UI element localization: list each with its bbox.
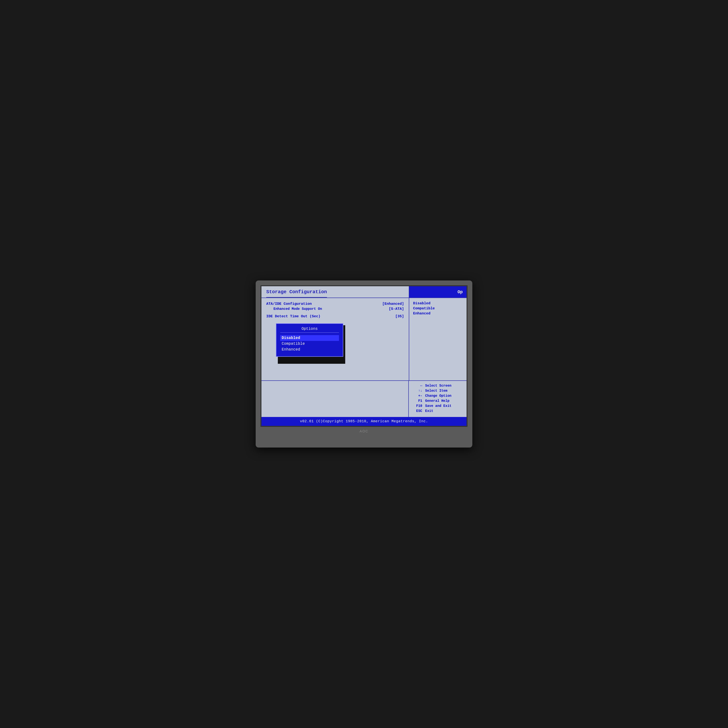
- hint-row-f1: F1 General Help: [413, 399, 463, 403]
- brand-label: AOC: [359, 429, 368, 433]
- hint-text-select-screen: Select Screen: [425, 384, 451, 388]
- left-panel: ATA/IDE Configuration [Enhanced] Enhance…: [262, 298, 409, 380]
- hint-row-plusminus: +- Change Option: [413, 394, 463, 398]
- bios-body: ATA/IDE Configuration [Enhanced] Enhance…: [262, 298, 466, 380]
- hint-row-f10: F10 Save and Exit: [413, 404, 463, 408]
- hint-text-save-exit: Save and Exit: [425, 404, 451, 408]
- ata-ide-value: [Enhanced]: [382, 302, 404, 306]
- options-popup-title: Options: [280, 327, 339, 333]
- monitor-brand: AOC: [260, 429, 468, 433]
- bios-container: Storage Configuration Op ATA/IDE Configu…: [262, 286, 466, 426]
- hints-right: ↔ Select Screen ↑↓ Select Item +- Change…: [409, 381, 466, 417]
- hint-key-f10: F10: [413, 404, 422, 408]
- ide-timeout-value: [35]: [395, 314, 404, 318]
- options-popup-wrapper: Options Disabled Compatible Enhanced: [276, 323, 404, 357]
- hint-key-plusminus: +-: [413, 394, 422, 398]
- enhanced-mode-value: [S-ATA]: [389, 307, 404, 311]
- hint-text-exit: Exit: [425, 409, 433, 413]
- right-option-compatible: Compatible: [413, 306, 463, 310]
- hint-key-arrows: ↔: [413, 384, 422, 388]
- right-options: Disabled Compatible Enhanced: [409, 298, 466, 320]
- option-compatible[interactable]: Compatible: [280, 341, 339, 347]
- hint-row-arrows: ↔ Select Screen: [413, 384, 463, 388]
- option-disabled[interactable]: Disabled: [280, 335, 339, 341]
- ata-ide-label: ATA/IDE Configuration: [266, 302, 312, 306]
- enhanced-mode-label: Enhanced Mode Support On: [274, 307, 322, 311]
- hint-text-select-item: Select Item: [425, 389, 447, 393]
- hints-left: [262, 381, 409, 417]
- hint-key-esc: ESC: [413, 409, 422, 413]
- hint-key-f1: F1: [413, 399, 422, 403]
- right-header: Op: [409, 286, 466, 298]
- right-panel: Disabled Compatible Enhanced: [409, 298, 466, 380]
- right-panel-title: Op: [457, 290, 463, 294]
- bios-footer: v02.61 (C)Copyright 1985-2010, American …: [262, 417, 466, 426]
- ide-timeout-label: IDE Detect Time Out (Sec): [266, 314, 320, 318]
- ata-ide-row: ATA/IDE Configuration [Enhanced]: [266, 302, 404, 306]
- section-title-area: Storage Configuration: [262, 286, 409, 298]
- right-option-disabled: Disabled: [413, 301, 463, 306]
- bottom-hints: ↔ Select Screen ↑↓ Select Item +- Change…: [262, 380, 466, 417]
- section-title: Storage Configuration: [266, 289, 327, 298]
- bios-screen: Storage Configuration Op ATA/IDE Configu…: [260, 285, 468, 427]
- hint-row-esc: ESC Exit: [413, 409, 463, 413]
- hint-text-general-help: General Help: [425, 399, 450, 403]
- hint-text-change-option: Change Option: [425, 394, 451, 398]
- monitor: Storage Configuration Op ATA/IDE Configu…: [255, 280, 473, 448]
- hint-row-updown: ↑↓ Select Item: [413, 389, 463, 393]
- options-popup[interactable]: Options Disabled Compatible Enhanced: [276, 323, 343, 357]
- hint-key-updown: ↑↓: [413, 389, 422, 393]
- enhanced-mode-row: Enhanced Mode Support On [S-ATA]: [266, 307, 404, 311]
- option-enhanced[interactable]: Enhanced: [280, 347, 339, 352]
- right-option-enhanced: Enhanced: [413, 312, 463, 316]
- ide-timeout-row: IDE Detect Time Out (Sec) [35]: [266, 314, 404, 318]
- footer-text: v02.61 (C)Copyright 1985-2010, American …: [300, 419, 428, 424]
